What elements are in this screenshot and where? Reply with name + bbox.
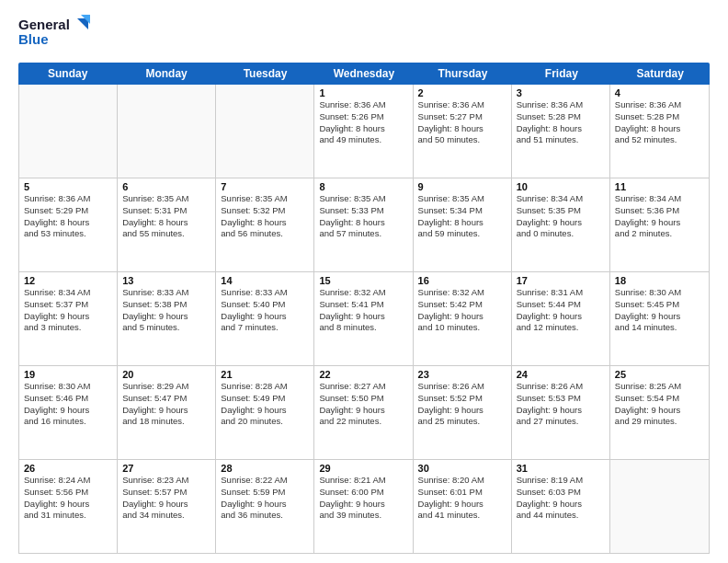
day-number: 4 xyxy=(615,87,704,98)
day-info: Sunrise: 8:20 AM Sunset: 6:01 PM Dayligh… xyxy=(418,475,506,522)
calendar-row-1: 1Sunrise: 8:36 AM Sunset: 5:26 PM Daylig… xyxy=(19,85,709,178)
day-cell-5: 5Sunrise: 8:36 AM Sunset: 5:29 PM Daylig… xyxy=(19,178,118,271)
day-info: Sunrise: 8:34 AM Sunset: 5:35 PM Dayligh… xyxy=(517,193,605,240)
day-cell-20: 20Sunrise: 8:29 AM Sunset: 5:47 PM Dayli… xyxy=(118,366,216,459)
day-cell-19: 19Sunrise: 8:30 AM Sunset: 5:46 PM Dayli… xyxy=(19,366,118,459)
day-cell-30: 30Sunrise: 8:20 AM Sunset: 6:01 PM Dayli… xyxy=(414,460,512,553)
day-info: Sunrise: 8:33 AM Sunset: 5:38 PM Dayligh… xyxy=(122,287,210,334)
day-number: 15 xyxy=(319,275,407,286)
day-info: Sunrise: 8:35 AM Sunset: 5:33 PM Dayligh… xyxy=(319,193,407,240)
day-number: 22 xyxy=(319,369,407,380)
empty-cell xyxy=(610,460,709,553)
day-info: Sunrise: 8:26 AM Sunset: 5:53 PM Dayligh… xyxy=(517,381,605,428)
day-info: Sunrise: 8:27 AM Sunset: 5:50 PM Dayligh… xyxy=(319,381,407,428)
day-info: Sunrise: 8:36 AM Sunset: 5:28 PM Dayligh… xyxy=(615,99,704,146)
day-number: 6 xyxy=(122,181,210,192)
day-number: 18 xyxy=(615,275,704,286)
day-cell-14: 14Sunrise: 8:33 AM Sunset: 5:40 PM Dayli… xyxy=(216,272,314,365)
day-cell-17: 17Sunrise: 8:31 AM Sunset: 5:44 PM Dayli… xyxy=(512,272,610,365)
day-number: 7 xyxy=(221,181,309,192)
day-info: Sunrise: 8:22 AM Sunset: 5:59 PM Dayligh… xyxy=(221,475,309,522)
day-info: Sunrise: 8:32 AM Sunset: 5:41 PM Dayligh… xyxy=(319,287,407,334)
day-header-sunday: Sunday xyxy=(18,63,117,85)
logo: General Blue xyxy=(18,15,92,55)
day-cell-7: 7Sunrise: 8:35 AM Sunset: 5:32 PM Daylig… xyxy=(216,178,314,271)
day-number: 28 xyxy=(221,463,309,474)
calendar-header: SundayMondayTuesdayWednesdayThursdayFrid… xyxy=(18,63,710,85)
day-cell-21: 21Sunrise: 8:28 AM Sunset: 5:49 PM Dayli… xyxy=(216,366,314,459)
day-number: 31 xyxy=(517,463,605,474)
day-cell-3: 3Sunrise: 8:36 AM Sunset: 5:28 PM Daylig… xyxy=(512,85,610,178)
day-number: 19 xyxy=(24,369,112,380)
day-info: Sunrise: 8:32 AM Sunset: 5:42 PM Dayligh… xyxy=(418,287,506,334)
day-number: 25 xyxy=(615,369,704,380)
day-cell-8: 8Sunrise: 8:35 AM Sunset: 5:33 PM Daylig… xyxy=(314,178,413,271)
day-number: 14 xyxy=(221,275,309,286)
page: General Blue SundayMondayTuesdayWednesda… xyxy=(0,0,728,563)
day-number: 26 xyxy=(24,463,112,474)
day-number: 12 xyxy=(24,275,112,286)
empty-cell xyxy=(118,85,216,178)
day-cell-2: 2Sunrise: 8:36 AM Sunset: 5:27 PM Daylig… xyxy=(414,85,512,178)
day-cell-13: 13Sunrise: 8:33 AM Sunset: 5:38 PM Dayli… xyxy=(118,272,216,365)
day-number: 20 xyxy=(122,369,210,380)
day-cell-25: 25Sunrise: 8:25 AM Sunset: 5:54 PM Dayli… xyxy=(610,366,709,459)
day-header-friday: Friday xyxy=(512,63,610,85)
day-info: Sunrise: 8:36 AM Sunset: 5:26 PM Dayligh… xyxy=(319,99,407,146)
day-cell-23: 23Sunrise: 8:26 AM Sunset: 5:52 PM Dayli… xyxy=(414,366,512,459)
day-number: 24 xyxy=(517,369,605,380)
day-cell-26: 26Sunrise: 8:24 AM Sunset: 5:56 PM Dayli… xyxy=(19,460,118,553)
day-info: Sunrise: 8:36 AM Sunset: 5:27 PM Dayligh… xyxy=(418,99,506,146)
day-cell-18: 18Sunrise: 8:30 AM Sunset: 5:45 PM Dayli… xyxy=(610,272,709,365)
day-cell-6: 6Sunrise: 8:35 AM Sunset: 5:31 PM Daylig… xyxy=(118,178,216,271)
day-info: Sunrise: 8:34 AM Sunset: 5:36 PM Dayligh… xyxy=(615,193,704,240)
day-info: Sunrise: 8:24 AM Sunset: 5:56 PM Dayligh… xyxy=(24,475,112,522)
day-cell-22: 22Sunrise: 8:27 AM Sunset: 5:50 PM Dayli… xyxy=(314,366,413,459)
empty-cell xyxy=(216,85,314,178)
day-info: Sunrise: 8:28 AM Sunset: 5:49 PM Dayligh… xyxy=(221,381,309,428)
calendar-row-5: 26Sunrise: 8:24 AM Sunset: 5:56 PM Dayli… xyxy=(19,460,709,553)
day-number: 8 xyxy=(319,181,407,192)
day-info: Sunrise: 8:25 AM Sunset: 5:54 PM Dayligh… xyxy=(615,381,704,428)
day-header-saturday: Saturday xyxy=(611,63,710,85)
svg-text:General: General xyxy=(18,17,70,32)
day-info: Sunrise: 8:34 AM Sunset: 5:37 PM Dayligh… xyxy=(24,287,112,334)
day-info: Sunrise: 8:29 AM Sunset: 5:47 PM Dayligh… xyxy=(122,381,210,428)
day-cell-31: 31Sunrise: 8:19 AM Sunset: 6:03 PM Dayli… xyxy=(512,460,610,553)
day-info: Sunrise: 8:31 AM Sunset: 5:44 PM Dayligh… xyxy=(517,287,605,334)
day-number: 13 xyxy=(122,275,210,286)
day-header-tuesday: Tuesday xyxy=(216,63,314,85)
day-number: 29 xyxy=(319,463,407,474)
day-number: 3 xyxy=(517,87,605,98)
day-header-wednesday: Wednesday xyxy=(314,63,413,85)
day-cell-27: 27Sunrise: 8:23 AM Sunset: 5:57 PM Dayli… xyxy=(118,460,216,553)
day-info: Sunrise: 8:33 AM Sunset: 5:40 PM Dayligh… xyxy=(221,287,309,334)
day-cell-15: 15Sunrise: 8:32 AM Sunset: 5:41 PM Dayli… xyxy=(314,272,413,365)
day-number: 1 xyxy=(319,87,407,98)
day-cell-10: 10Sunrise: 8:34 AM Sunset: 5:35 PM Dayli… xyxy=(512,178,610,271)
day-info: Sunrise: 8:36 AM Sunset: 5:28 PM Dayligh… xyxy=(517,99,605,146)
day-info: Sunrise: 8:35 AM Sunset: 5:32 PM Dayligh… xyxy=(221,193,309,240)
day-header-thursday: Thursday xyxy=(414,63,512,85)
day-number: 2 xyxy=(418,87,506,98)
day-number: 17 xyxy=(517,275,605,286)
day-number: 10 xyxy=(517,181,605,192)
day-cell-9: 9Sunrise: 8:35 AM Sunset: 5:34 PM Daylig… xyxy=(414,178,512,271)
day-cell-11: 11Sunrise: 8:34 AM Sunset: 5:36 PM Dayli… xyxy=(610,178,709,271)
day-cell-12: 12Sunrise: 8:34 AM Sunset: 5:37 PM Dayli… xyxy=(19,272,118,365)
day-info: Sunrise: 8:36 AM Sunset: 5:29 PM Dayligh… xyxy=(24,193,112,240)
day-cell-4: 4Sunrise: 8:36 AM Sunset: 5:28 PM Daylig… xyxy=(610,85,709,178)
calendar-row-4: 19Sunrise: 8:30 AM Sunset: 5:46 PM Dayli… xyxy=(19,366,709,460)
day-info: Sunrise: 8:30 AM Sunset: 5:45 PM Dayligh… xyxy=(615,287,704,334)
day-cell-29: 29Sunrise: 8:21 AM Sunset: 6:00 PM Dayli… xyxy=(314,460,413,553)
day-header-monday: Monday xyxy=(117,63,215,85)
day-info: Sunrise: 8:19 AM Sunset: 6:03 PM Dayligh… xyxy=(517,475,605,522)
day-info: Sunrise: 8:26 AM Sunset: 5:52 PM Dayligh… xyxy=(418,381,506,428)
svg-text:Blue: Blue xyxy=(18,31,49,47)
day-number: 11 xyxy=(615,181,704,192)
day-cell-28: 28Sunrise: 8:22 AM Sunset: 5:59 PM Dayli… xyxy=(216,460,314,553)
calendar-body: 1Sunrise: 8:36 AM Sunset: 5:26 PM Daylig… xyxy=(18,85,710,554)
day-number: 21 xyxy=(221,369,309,380)
day-number: 23 xyxy=(418,369,506,380)
day-number: 9 xyxy=(418,181,506,192)
